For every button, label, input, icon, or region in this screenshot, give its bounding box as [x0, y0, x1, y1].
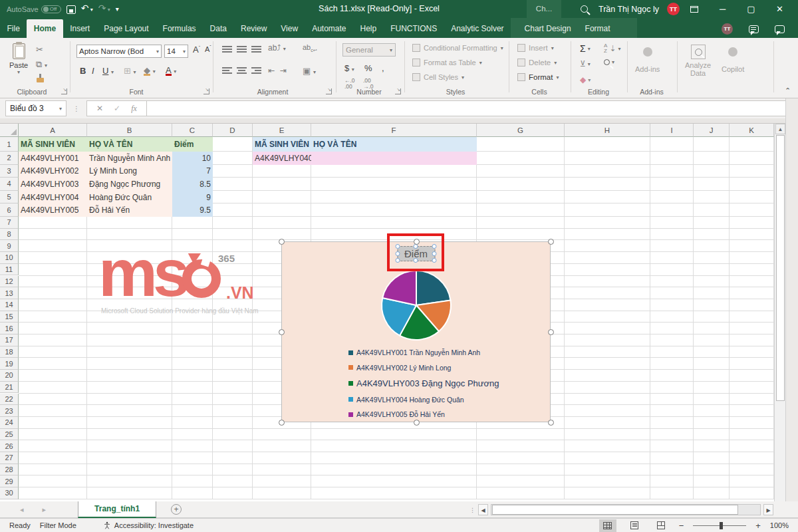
cell-F2[interactable]: [311, 152, 477, 165]
font-color-icon[interactable]: A ▾: [166, 65, 176, 76]
bold-button[interactable]: B: [80, 66, 86, 76]
row-header-11[interactable]: 11: [0, 264, 19, 276]
font-size-select[interactable]: 14▾: [164, 45, 188, 58]
tab-review[interactable]: Review: [233, 19, 273, 38]
borders-icon[interactable]: ⊞ ▾: [124, 66, 136, 76]
maximize-button[interactable]: ▢: [737, 0, 765, 18]
align-bottom-icon[interactable]: [251, 46, 261, 53]
vertical-scroll-thumb[interactable]: [776, 135, 785, 401]
row-header-26[interactable]: 26: [0, 440, 19, 452]
tab-insert[interactable]: Insert: [63, 19, 97, 38]
tab-view[interactable]: View: [274, 19, 305, 38]
tab-chart-design[interactable]: Chart Design: [517, 19, 578, 38]
fill-icon[interactable]: ⊻ ▾: [580, 59, 591, 68]
row-header-22[interactable]: 22: [0, 394, 19, 406]
row-header-29[interactable]: 29: [0, 475, 19, 487]
row-header-19[interactable]: 19: [0, 358, 19, 370]
scroll-up-icon[interactable]: ▲: [775, 124, 785, 134]
select-all-corner[interactable]: [0, 124, 19, 137]
addins-button[interactable]: Add-ins: [635, 47, 660, 73]
cell-E1[interactable]: MÃ SINH VIÊN: [253, 137, 311, 152]
tab-analytic-solver[interactable]: Analytic Solver: [444, 19, 511, 38]
tab-data[interactable]: Data: [203, 19, 233, 38]
row-header-6[interactable]: 6: [0, 203, 19, 217]
tab-page-layout[interactable]: Page Layout: [97, 19, 156, 38]
italic-button[interactable]: I: [92, 66, 94, 76]
normal-view-icon[interactable]: [599, 519, 616, 532]
scroll-right-icon[interactable]: ▶: [763, 504, 773, 515]
underline-dropdown[interactable]: ▾: [111, 69, 114, 75]
cells-format[interactable]: Format▾: [517, 73, 559, 81]
cell-C1[interactable]: Điểm: [172, 137, 213, 152]
row-header-7[interactable]: 7: [0, 217, 19, 229]
redo-button[interactable]: ↷ ▾: [98, 0, 110, 19]
column-header-E[interactable]: E: [253, 124, 311, 137]
clipboard-launcher[interactable]: [61, 88, 67, 94]
comma-icon[interactable]: ,: [382, 63, 384, 73]
undo-button[interactable]: ↶ ▾: [81, 0, 93, 19]
increase-font-icon[interactable]: Aˆ: [193, 45, 200, 55]
chart-selection-handle[interactable]: [279, 420, 285, 426]
row-header-16[interactable]: 16: [0, 323, 19, 334]
copy-icon[interactable]: ⧉ ▾: [36, 59, 47, 70]
legend-item[interactable]: A4K49VLHY001 Trần Nguyễn Minh Anh: [348, 348, 499, 356]
cell-A1[interactable]: MÃ SINH VIÊN: [19, 137, 87, 152]
autosum-icon[interactable]: Σ ▾: [580, 43, 591, 54]
cell-B4[interactable]: Đặng Ngọc Phương: [87, 178, 172, 191]
page-layout-view-icon[interactable]: [626, 519, 643, 532]
cells-insert[interactable]: Insert▾: [517, 44, 554, 52]
align-center-icon[interactable]: [237, 67, 247, 74]
cell-A2[interactable]: A4K49VLHY001: [19, 152, 87, 165]
percent-icon[interactable]: %: [364, 63, 372, 73]
row-header-2[interactable]: 2: [0, 152, 19, 165]
column-header-G[interactable]: G: [477, 124, 565, 137]
align-middle-icon[interactable]: [237, 46, 247, 53]
alignment-launcher[interactable]: [326, 88, 332, 94]
analyze-data-button[interactable]: AnalyzeData: [685, 45, 711, 77]
chart-selection-handle[interactable]: [548, 239, 554, 245]
cell-F1[interactable]: HỌ VÀ TÊN: [311, 137, 477, 152]
row-header-25[interactable]: 25: [0, 429, 19, 441]
cell-C6[interactable]: 9.5: [172, 203, 213, 217]
formula-input[interactable]: [147, 100, 794, 116]
row-header-12[interactable]: 12: [0, 276, 19, 288]
sort-filter-icon[interactable]: AZ⇣ ▾: [604, 43, 620, 54]
avatar[interactable]: TT: [667, 3, 680, 15]
cell-A6[interactable]: A4K49VLHY005: [19, 203, 87, 217]
row-header-27[interactable]: 27: [0, 452, 19, 464]
comments-icon[interactable]: [749, 25, 759, 33]
cells-delete[interactable]: Delete▾: [517, 59, 557, 66]
cell-B3[interactable]: Lý Minh Long: [87, 165, 172, 178]
legend-item[interactable]: A4K49VLHY004 Hoàng Đức Quân: [348, 396, 499, 404]
tab-format[interactable]: Format: [578, 19, 617, 38]
row-header-10[interactable]: 10: [0, 252, 19, 264]
legend-item[interactable]: A4K49VLHY002 Lý Minh Long: [348, 364, 499, 372]
horizontal-scroll-thumb[interactable]: [492, 505, 738, 515]
avatar-small[interactable]: TT: [722, 23, 733, 35]
autosave-toggle[interactable]: AutoSave Off: [7, 5, 61, 13]
orientation-icon[interactable]: ab⤴ ▾: [268, 43, 286, 53]
cell-C5[interactable]: 9: [172, 191, 213, 204]
row-header-30[interactable]: 30: [0, 487, 19, 499]
zoom-level[interactable]: 100%: [770, 521, 789, 529]
legend-item[interactable]: A4K49VLHY005 Đỗ Hải Yến: [348, 410, 499, 418]
zoom-slider[interactable]: [693, 525, 746, 526]
cell-A4[interactable]: A4K49VLHY003: [19, 178, 87, 191]
customize-toolbar-icon[interactable]: ▾: [116, 0, 119, 18]
insert-function-icon[interactable]: fx: [131, 104, 137, 114]
cell-A5[interactable]: A4K49VLHY004: [19, 191, 87, 204]
decrease-font-icon[interactable]: Aˇ: [205, 45, 211, 53]
column-header-K[interactable]: K: [730, 124, 774, 137]
chart-selection-handle[interactable]: [279, 239, 285, 245]
cell-B1[interactable]: HỌ VÀ TÊN: [87, 137, 172, 152]
align-top-icon[interactable]: [222, 46, 232, 53]
cancel-icon[interactable]: ✕: [96, 104, 103, 113]
row-header-21[interactable]: 21: [0, 382, 19, 394]
increase-indent-icon[interactable]: ⇥: [280, 66, 287, 75]
legend-item[interactable]: A4K49VLHY003 Đặng Ngọc Phương: [348, 378, 499, 388]
tab-file[interactable]: File: [0, 19, 27, 38]
row-header-23[interactable]: 23: [0, 405, 19, 417]
column-header-H[interactable]: H: [565, 124, 650, 137]
find-select-icon[interactable]: ▾: [604, 59, 614, 65]
chat-icon[interactable]: [775, 25, 785, 33]
